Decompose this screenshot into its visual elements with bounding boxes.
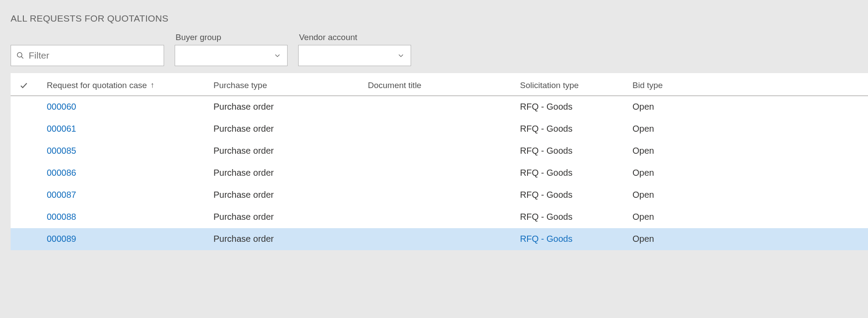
table-row[interactable]: 000061Purchase orderRFQ - GoodsOpen: [11, 118, 868, 140]
bid-type-cell: Open: [632, 168, 868, 178]
rfq-case-link[interactable]: 000089: [37, 234, 213, 244]
bid-type-cell: Open: [632, 124, 868, 134]
rfq-grid: Request for quotation case ↑ Purchase ty…: [11, 73, 868, 250]
svg-line-1: [21, 56, 23, 59]
bid-type-cell: Open: [632, 146, 868, 156]
purchase-type-cell: Purchase order: [213, 190, 368, 200]
table-row[interactable]: 000087Purchase orderRFQ - GoodsOpen: [11, 184, 868, 206]
table-row[interactable]: 000088Purchase orderRFQ - GoodsOpen: [11, 206, 868, 228]
bid-type-cell: Open: [632, 102, 868, 112]
table-row[interactable]: 000060Purchase orderRFQ - GoodsOpen: [11, 96, 868, 118]
solicitation-type-cell: RFQ - Goods: [520, 124, 632, 134]
column-purchase-type[interactable]: Purchase type: [213, 81, 368, 90]
table-row[interactable]: 000089Purchase orderRFQ - GoodsOpen: [11, 228, 868, 250]
buyer-group-label: Buyer group: [175, 33, 288, 42]
search-input[interactable]: [24, 50, 164, 61]
sort-ascending-icon: ↑: [150, 81, 154, 90]
column-solicitation-type[interactable]: Solicitation type: [520, 81, 632, 90]
solicitation-type-cell: RFQ - Goods: [520, 102, 632, 112]
page-title: ALL REQUESTS FOR QUOTATIONS: [0, 0, 868, 33]
rfq-case-link[interactable]: 000085: [37, 146, 213, 156]
column-document-title[interactable]: Document title: [368, 81, 520, 90]
table-row[interactable]: 000086Purchase orderRFQ - GoodsOpen: [11, 162, 868, 184]
table-row[interactable]: 000085Purchase orderRFQ - GoodsOpen: [11, 140, 868, 162]
chevron-down-icon: [397, 52, 404, 59]
bid-type-cell: Open: [632, 234, 868, 244]
grid-body: 000060Purchase orderRFQ - GoodsOpen00006…: [11, 96, 868, 250]
solicitation-type-cell: RFQ - Goods: [520, 190, 632, 200]
grid-header: Request for quotation case ↑ Purchase ty…: [11, 73, 868, 96]
filter-search-group: [11, 45, 164, 66]
vendor-account-dropdown[interactable]: [298, 45, 411, 66]
vendor-account-label: Vendor account: [298, 33, 411, 42]
solicitation-type-cell: RFQ - Goods: [520, 168, 632, 178]
search-input-wrap[interactable]: [11, 45, 164, 66]
svg-point-0: [17, 52, 22, 57]
purchase-type-cell: Purchase order: [213, 212, 368, 222]
purchase-type-cell: Purchase order: [213, 124, 368, 134]
rfq-case-link[interactable]: 000061: [37, 124, 213, 134]
rfq-case-link[interactable]: 000086: [37, 168, 213, 178]
chevron-down-icon: [274, 52, 281, 59]
solicitation-type-cell: RFQ - Goods: [520, 212, 632, 222]
rfq-case-link[interactable]: 000087: [37, 190, 213, 200]
column-bid-type[interactable]: Bid type: [632, 81, 868, 90]
vendor-account-filter: Vendor account: [298, 33, 411, 66]
purchase-type-cell: Purchase order: [213, 102, 368, 112]
checkmark-icon: [19, 81, 28, 90]
bid-type-cell: Open: [632, 190, 868, 200]
bid-type-cell: Open: [632, 212, 868, 222]
column-rfq-case-label: Request for quotation case: [47, 81, 147, 90]
column-rfq-case[interactable]: Request for quotation case ↑: [37, 81, 213, 90]
purchase-type-cell: Purchase order: [213, 234, 368, 244]
solicitation-type-cell: RFQ - Goods: [520, 146, 632, 156]
solicitation-type-cell[interactable]: RFQ - Goods: [520, 234, 632, 244]
rfq-case-link[interactable]: 000060: [37, 102, 213, 112]
buyer-group-filter: Buyer group: [175, 33, 288, 66]
select-all-column[interactable]: [11, 81, 37, 90]
filters-row: Buyer group Vendor account: [0, 33, 868, 73]
rfq-case-link[interactable]: 000088: [37, 212, 213, 222]
purchase-type-cell: Purchase order: [213, 146, 368, 156]
search-icon: [16, 52, 24, 59]
buyer-group-dropdown[interactable]: [175, 45, 288, 66]
purchase-type-cell: Purchase order: [213, 168, 368, 178]
